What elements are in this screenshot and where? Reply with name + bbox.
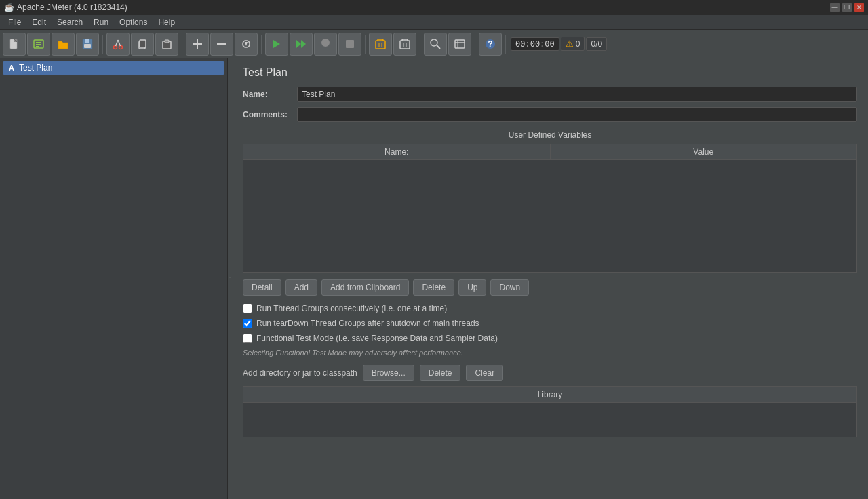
toolbar-search-button[interactable] (424, 33, 447, 56)
comments-label: Comments: (243, 110, 297, 119)
toolbar-start-no-pause-button[interactable] (290, 33, 313, 56)
minimize-button[interactable]: — (830, 3, 840, 12)
app-icon: ☕ (4, 3, 14, 12)
toolbar-collapse-button[interactable] (210, 33, 233, 56)
svg-rect-8 (84, 44, 91, 48)
content-panel: Test Plan Name: Comments: User Defined V… (232, 58, 868, 499)
library-table-body (243, 403, 856, 437)
classpath-label: Add directory or jar to classpath (243, 368, 357, 378)
toolbar-save-button[interactable] (76, 33, 99, 56)
svg-rect-3 (36, 42, 41, 43)
classpath-row: Add directory or jar to classpath Browse… (243, 365, 857, 381)
add-button[interactable]: Add (285, 279, 317, 296)
menu-bar: File Edit Search Run Options Help (0, 15, 868, 30)
warning-icon: ⚠ (566, 39, 574, 49)
toolbar-start-button[interactable] (265, 33, 288, 56)
comments-input[interactable] (297, 107, 857, 122)
svg-point-29 (431, 39, 437, 46)
functional-mode-label: Functional Test Mode (i.e. save Response… (256, 334, 498, 343)
window-controls: — ❐ ✕ (830, 3, 864, 12)
toolbar-open-button[interactable] (52, 33, 75, 56)
warning-count: 0 (576, 39, 580, 49)
svg-rect-12 (140, 40, 146, 47)
svg-rect-22 (346, 40, 354, 48)
library-header: Library (243, 387, 856, 403)
checkbox-run-consecutive: Run Thread Groups consecutively (i.e. on… (243, 304, 857, 313)
svg-rect-23 (376, 41, 385, 49)
toolbar-shutdown-button[interactable] (338, 33, 361, 56)
menu-edit[interactable]: Edit (26, 16, 52, 28)
maximize-button[interactable]: ❐ (842, 3, 852, 12)
browse-button[interactable]: Browse... (363, 365, 414, 381)
title-bar: ☕ Apache JMeter (4.0 r1823414) — ❐ ✕ (0, 0, 868, 15)
app-title-text: Apache JMeter (4.0 r1823414) (17, 3, 127, 12)
name-input[interactable] (297, 87, 857, 102)
svg-point-9 (114, 45, 117, 49)
main-area: A Test Plan ⋮ Test Plan Name: Comments: … (0, 58, 868, 499)
toolbar-copy-button[interactable] (131, 33, 154, 56)
detail-button[interactable]: Detail (243, 279, 281, 296)
library-title: Library (243, 387, 856, 402)
menu-search[interactable]: Search (52, 16, 88, 28)
close-button[interactable]: ✕ (854, 3, 864, 12)
toolbar-reset-button[interactable] (448, 33, 471, 56)
svg-line-30 (437, 45, 440, 49)
up-button[interactable]: Up (458, 279, 486, 296)
functional-test-note: Selecting Functional Test Mode may adver… (243, 348, 857, 357)
run-consecutive-label: Run Thread Groups consecutively (i.e. on… (256, 304, 447, 313)
svg-point-21 (321, 39, 330, 47)
toolbar-paste-button[interactable] (155, 33, 178, 56)
sidebar-item-test-plan[interactable]: A Test Plan (3, 61, 224, 75)
clear-button[interactable]: Clear (466, 365, 503, 381)
toolbar-new-button[interactable] (3, 33, 26, 56)
toolbar-templates-button[interactable] (27, 33, 50, 56)
variables-table-header: Name: Value (243, 144, 856, 160)
toolbar-clear-all-button[interactable] (393, 33, 416, 56)
checkbox-functional: Functional Test Mode (i.e. save Response… (243, 334, 857, 343)
svg-marker-20 (301, 40, 306, 48)
toolbar-timer: 00:00:00 (511, 37, 559, 51)
variables-btn-row: Detail Add Add from Clipboard Delete Up … (243, 279, 857, 296)
run-consecutive-checkbox[interactable] (243, 304, 252, 313)
toolbar-clear-button[interactable] (369, 33, 392, 56)
toolbar-toggle-button[interactable] (235, 33, 258, 56)
menu-file[interactable]: File (3, 16, 26, 28)
svg-point-10 (119, 45, 123, 49)
teardown-checkbox[interactable] (243, 319, 252, 328)
app-title: ☕ Apache JMeter (4.0 r1823414) (4, 3, 127, 12)
comments-row: Comments: (243, 107, 857, 122)
down-button[interactable]: Down (490, 279, 529, 296)
classpath-delete-button[interactable]: Delete (420, 365, 461, 381)
menu-run[interactable]: Run (88, 16, 114, 28)
toolbar: ? 00:00:00 ⚠ 0 0/0 (0, 30, 868, 58)
add-from-clipboard-button[interactable]: Add from Clipboard (321, 279, 409, 296)
svg-rect-17 (217, 43, 226, 45)
sidebar: A Test Plan (0, 58, 228, 499)
menu-options[interactable]: Options (114, 16, 153, 28)
toolbar-cut-button[interactable] (106, 33, 130, 56)
test-plan-icon: A (7, 64, 16, 72)
variables-table: Name: Value (243, 144, 857, 273)
svg-rect-5 (36, 46, 39, 47)
delete-button[interactable]: Delete (413, 279, 454, 296)
svg-rect-7 (85, 39, 89, 43)
error-count: 0/0 (591, 39, 602, 49)
col-value-header: Value (551, 144, 857, 159)
checkbox-teardown: Run tearDown Thread Groups after shutdow… (243, 319, 857, 328)
functional-mode-checkbox[interactable] (243, 334, 252, 343)
name-label: Name: (243, 89, 297, 99)
variables-section-title: User Defined Variables (243, 130, 857, 140)
svg-text:?: ? (488, 39, 492, 49)
test-plan-label: Test Plan (19, 63, 52, 73)
toolbar-errors: 0/0 (586, 37, 607, 51)
svg-marker-18 (273, 40, 280, 48)
toolbar-warnings: ⚠ 0 (561, 37, 585, 51)
toolbar-expand-button[interactable] (186, 33, 209, 56)
name-row: Name: (243, 87, 857, 102)
menu-help[interactable]: Help (153, 16, 180, 28)
toolbar-help-button[interactable]: ? (479, 33, 502, 56)
svg-marker-19 (296, 40, 301, 48)
toolbar-stop-button[interactable] (314, 33, 337, 56)
svg-rect-26 (400, 41, 410, 49)
teardown-label: Run tearDown Thread Groups after shutdow… (256, 319, 479, 328)
